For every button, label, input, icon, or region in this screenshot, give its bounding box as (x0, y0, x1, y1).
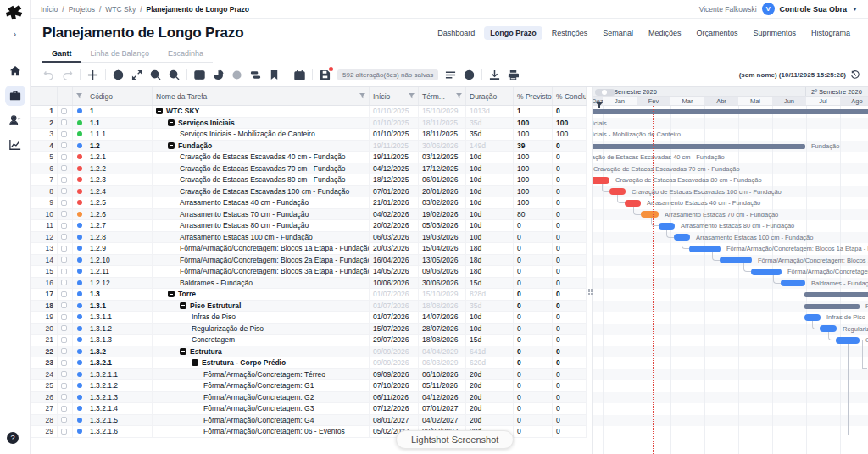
row-checkbox[interactable] (58, 174, 73, 185)
table-row[interactable]: 271.3.2.1.4Fôrma/Armação/Concretagem: G3… (31, 403, 587, 415)
row-checkbox[interactable] (58, 301, 73, 312)
table-row[interactable]: 31.1.1Serviços Iniciais - Mobilização de… (31, 129, 587, 141)
gantt-bar[interactable] (641, 211, 659, 218)
sidebar-item-home[interactable] (5, 61, 25, 81)
gantt-bar[interactable] (659, 223, 675, 230)
cell-name[interactable]: Fôrma/Armação/Concretagem: G4 (153, 415, 370, 426)
table-row[interactable]: 21.1Serviços Iniciais01/10/202518/11/202… (31, 118, 587, 130)
sidebar-item-users[interactable] (5, 110, 25, 130)
table-row[interactable]: 11WTC SKY01/10/202515/10/20291013d10 (31, 106, 587, 118)
gantt-bar[interactable] (674, 234, 690, 241)
col-name[interactable]: Nome da Tarefa (153, 87, 370, 105)
sidebar-item-projects[interactable] (5, 86, 25, 106)
collapse-toggle[interactable] (168, 291, 175, 297)
cell-name[interactable]: Cravação de Estacas Escavadas 80 cm - Fu… (153, 174, 370, 185)
col-code[interactable]: Código (86, 87, 153, 105)
expand-icon[interactable] (131, 69, 143, 81)
list-icon[interactable] (444, 69, 457, 81)
pie-icon[interactable] (212, 69, 225, 81)
row-checkbox[interactable] (58, 197, 73, 208)
chevron-down-icon[interactable]: ▼ (852, 6, 858, 12)
breadcrumb-project[interactable]: WTC Sky (105, 5, 136, 14)
gantt-bar[interactable] (820, 325, 837, 332)
cell-name[interactable]: Fôrma/Armação/Concretagem: 06 - Eventos (153, 426, 370, 437)
save-icon[interactable] (319, 69, 331, 81)
gantt-summary-bar[interactable] (593, 144, 805, 149)
table-row[interactable]: 221.3.2Estrutura09/09/202604/04/2029641d… (31, 346, 587, 358)
cell-name[interactable]: Arrasamento Estacas 70 cm - Fundação (153, 209, 370, 220)
download-icon[interactable] (488, 69, 501, 81)
avatar[interactable]: V (762, 3, 775, 15)
row-checkbox[interactable] (58, 220, 73, 231)
table-row[interactable]: 171.3Torre01/07/202615/10/2029828d00 (31, 289, 587, 301)
nav-tab-0[interactable]: Dashboard (431, 26, 481, 40)
collapse-toggle[interactable] (180, 302, 186, 309)
row-checkbox[interactable] (58, 289, 73, 300)
nav-tab-3[interactable]: Semanal (597, 26, 639, 40)
zoom-in-icon[interactable] (149, 69, 162, 81)
row-checkbox[interactable] (58, 163, 73, 174)
row-checkbox[interactable] (58, 186, 73, 197)
view-tab-1[interactable]: Linha de Balanço (81, 47, 159, 62)
table-row[interactable]: 91.2.5Arrasamento Estacas 40 cm - Fundaç… (31, 197, 587, 209)
row-checkbox[interactable] (58, 209, 73, 220)
collapse-toggle[interactable] (192, 359, 198, 366)
table-row[interactable]: 61.2.2Cravação de Estacas Escavadas 70 c… (31, 163, 587, 175)
help-button[interactable]: ? (7, 432, 19, 444)
cell-name[interactable]: Estrutura (153, 346, 370, 357)
table-row[interactable]: 161.2.12Baldrames - Fundação10/06/202630… (31, 278, 587, 290)
cell-name[interactable]: Fôrma/Armação/Concretagem: G2 (153, 392, 370, 403)
cell-name[interactable]: Torre (153, 289, 370, 300)
cell-name[interactable]: Arrasamento Estacas 80 cm - Fundação (153, 220, 370, 231)
cell-name[interactable]: Piso Estrutural (153, 301, 370, 312)
col-duration[interactable]: Duração (466, 87, 514, 105)
gantt-bar[interactable] (625, 200, 641, 207)
gantt-bar[interactable] (689, 246, 721, 252)
cell-name[interactable]: Cravação de Estacas Escavadas 70 cm - Fu… (153, 163, 370, 174)
cell-name[interactable]: Arrasamento Estacas 100 cm - Fundação (153, 232, 370, 243)
gantt-bar[interactable] (836, 337, 860, 344)
cell-name[interactable]: Regularização de Piso (153, 324, 370, 335)
row-checkbox[interactable] (58, 278, 73, 289)
nav-tab-1[interactable]: Longo Prazo (484, 26, 542, 40)
undo-icon[interactable] (42, 69, 55, 81)
col-start[interactable]: Início (370, 87, 419, 105)
cell-name[interactable]: Arrasamento Estacas 40 cm - Fundação (153, 197, 370, 208)
cell-name[interactable]: Fôrma/Armação/Concretagem: Blocos 2a Eta… (153, 255, 370, 266)
table-row[interactable]: 101.2.6Arrasamento Estacas 70 cm - Funda… (31, 209, 587, 221)
view-tab-0[interactable]: Gantt (42, 47, 81, 63)
calendar-icon[interactable] (293, 69, 306, 81)
collapse-toggle[interactable] (156, 108, 163, 114)
gantt-summary-bar[interactable] (593, 109, 868, 114)
table-row[interactable]: 191.3.1.1Infras de Piso01/07/202614/07/2… (31, 312, 587, 324)
col-end[interactable]: Térm... (419, 87, 466, 105)
collapse-toggle[interactable] (180, 348, 186, 355)
row-checkbox[interactable] (58, 369, 73, 380)
row-checkbox[interactable] (58, 266, 73, 277)
cell-name[interactable]: Fôrma/Armação/Concretagem: Blocos 1a Eta… (153, 243, 370, 254)
table-row[interactable]: 211.3.1.3Concretagem29/07/202618/08/2026… (31, 335, 587, 346)
table-row[interactable]: 181.3.1Piso Estrutural01/07/202618/08/20… (31, 301, 587, 313)
cell-name[interactable]: Cravação de Estacas Escavadas 40 cm - Fu… (153, 152, 370, 163)
gantt-bar[interactable] (720, 257, 752, 263)
col-done[interactable]: % Concluí... (553, 87, 587, 105)
row-checkbox[interactable] (58, 141, 73, 152)
bookmark-icon[interactable] (268, 69, 281, 81)
table-row[interactable]: 41.2Fundação19/11/202530/06/2026149d390 (31, 141, 587, 152)
table-row[interactable]: 71.2.3Cravação de Estacas Escavadas 80 c… (31, 174, 587, 186)
row-checkbox[interactable] (58, 106, 73, 117)
org-name[interactable]: Controle Sua Obra (780, 5, 848, 14)
redo-icon[interactable] (61, 69, 74, 81)
history-icon[interactable] (850, 70, 860, 80)
row-checkbox[interactable] (58, 335, 73, 346)
nav-tab-7[interactable]: Histograma (805, 26, 856, 40)
row-checkbox[interactable] (58, 324, 73, 335)
row-checkbox[interactable] (58, 312, 73, 323)
breadcrumb-home[interactable]: Início (41, 5, 58, 14)
globe-icon[interactable] (112, 69, 125, 81)
cell-name[interactable]: Fôrma/Armação/Concretagem: G1 (153, 380, 370, 391)
row-checkbox[interactable] (58, 152, 73, 163)
cell-name[interactable]: Fôrma/Armação/Concretagem: G3 (153, 403, 370, 414)
table-row[interactable]: 81.2.4Cravação de Estacas Escavadas 100 … (31, 186, 587, 198)
table-row[interactable]: 51.2.1Cravação de Estacas Escavadas 40 c… (31, 152, 587, 163)
